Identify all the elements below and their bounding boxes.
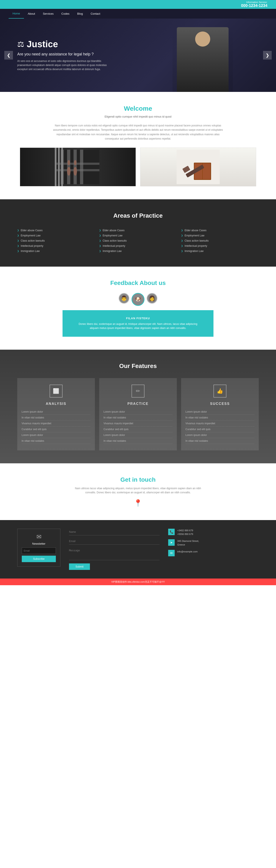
areas-grid: Elder abuse Cases Employment Law Class a…	[17, 228, 259, 254]
contact-address: ➤ 345 Diamond Street, Greece	[168, 539, 259, 547]
nav-home[interactable]: Home	[9, 9, 24, 19]
hero-title: Justice	[27, 39, 58, 50]
svg-rect-5	[56, 163, 99, 165]
feature-item: Lorem ipsum dolor	[22, 432, 91, 438]
analysis-icon: ⬜	[50, 384, 63, 398]
top-bar: Information Service: 000-1234-1234	[0, 0, 276, 9]
hero-body: At vero eos et accusamus et iusto odio d…	[17, 59, 108, 72]
nav-services[interactable]: Services	[39, 9, 58, 18]
practice-icon: ✏	[131, 384, 145, 398]
newsletter-label: Newsletter	[22, 542, 56, 545]
svg-rect-2	[67, 150, 70, 184]
footer-form-col: Submit	[69, 529, 159, 570]
svg-point-10	[74, 160, 76, 165]
welcome-images	[17, 148, 259, 186]
person-figure	[177, 27, 228, 92]
contact-email-input[interactable]	[69, 538, 159, 545]
contact-email-text: info@example.com	[177, 550, 197, 554]
area-item: Employment Law	[17, 233, 95, 238]
area-item: Employment Law	[181, 233, 259, 238]
nav-about[interactable]: About	[24, 9, 39, 18]
justice-icon: ⚖	[17, 40, 24, 49]
feature-item: Lorem ipsum dolor	[185, 409, 254, 415]
areas-col-2: Elder abuse Cases Employment Law Class a…	[99, 228, 177, 254]
feedback-person-name: FILAN FISTEKU	[75, 317, 201, 320]
feature-item: In vitae nisl sodales	[185, 415, 254, 421]
contact-submit-button[interactable]: Submit	[69, 563, 90, 570]
feature-item: Vivamus mauris imperdiet	[22, 421, 91, 427]
feature-item: Vivamus mauris imperdiet	[103, 421, 173, 427]
feedback-avatars: 👨 🐶 👩	[17, 293, 259, 306]
success-icon: 👍	[213, 384, 226, 398]
location-pin-icon: 📍	[17, 499, 259, 507]
newsletter-icon: ✉	[22, 533, 56, 540]
contact-name-input[interactable]	[69, 529, 159, 535]
feature-practice-title: PRACTICE	[103, 402, 173, 406]
footer: ✉ Newsletter Subscribe Submit 📞 +3402 89…	[0, 520, 276, 579]
feature-item: In vitae nisl sodales	[22, 438, 91, 444]
features-grid: ⬜ ANALYSIS Lorem ipsum dolor In vitae ni…	[17, 378, 259, 451]
avatar-1[interactable]: 👨	[119, 293, 129, 304]
contact-phone-text: +3402 890 679 +5556 890 679	[177, 529, 193, 536]
phone-icon: 📞	[168, 529, 175, 535]
get-in-touch-title: Get in touch	[17, 476, 259, 483]
svg-point-7	[67, 167, 70, 176]
newsletter-email-input[interactable]	[22, 548, 56, 554]
footer-contact-col: 📞 +3402 890 679 +5556 890 679 ➤ 345 Diam…	[168, 529, 259, 570]
bottom-bar-text: VIP图视觉创作-bbs.xfeniso.com充足不可能不会!!!!!	[111, 581, 165, 583]
contact-message-input[interactable]	[69, 547, 159, 560]
prison-bars-image	[20, 148, 136, 186]
features-title: Our Features	[17, 363, 259, 370]
feature-item: Curabitur sed elit quis	[185, 427, 254, 432]
feedback-testimonial: Donec libero dui, scelerisque an auguet …	[75, 322, 201, 330]
gavel-image	[140, 148, 256, 186]
areas-col-3: Elder abuse Cases Employment Law Class a…	[181, 228, 259, 254]
features-section: Our Features ⬜ ANALYSIS Lorem ipsum dolo…	[0, 350, 276, 463]
hero-next-button[interactable]: ❯	[263, 51, 272, 60]
hero-person-image	[173, 23, 233, 92]
feature-item: In vitae nisl sodales	[185, 438, 254, 444]
area-item: Class action lawsuits	[181, 238, 259, 243]
newsletter-col: ✉ Newsletter Subscribe	[17, 529, 60, 570]
feature-success-title: SUCCESS	[185, 402, 254, 406]
feature-practice: ✏ PRACTICE Lorem ipsum dolor In vitae ni…	[99, 378, 177, 451]
info-label: Information Service:	[246, 1, 267, 3]
area-item: Elder abuse Cases	[17, 228, 95, 233]
get-in-touch-body: Nam ultrices lacus vitae adipiscing aliq…	[73, 487, 203, 495]
feature-item: In vitae nisl sodales	[103, 415, 173, 421]
feature-item: Vivamus mauris imperdiet	[185, 421, 254, 427]
area-item: Elder abuse Cases	[99, 228, 177, 233]
areas-section: Areas of Practice Elder abuse Cases Empl…	[0, 199, 276, 267]
address-icon: ➤	[168, 539, 175, 546]
feature-item: Curabitur sed elit quis	[22, 427, 91, 432]
feature-item: Curabitur sed elit quis	[103, 427, 173, 432]
area-item: Intellectual property	[181, 243, 259, 248]
avatar-2[interactable]: 🐶	[131, 293, 145, 306]
nav-codes[interactable]: Codes	[58, 9, 73, 18]
welcome-body: Nam libero tempore cum soluta nobis est …	[52, 123, 224, 141]
area-item: Elder abuse Cases	[181, 228, 259, 233]
feature-analysis-title: ANALYSIS	[22, 402, 91, 406]
area-item: Intellectual property	[17, 243, 95, 248]
area-item: Class action lawsuits	[17, 238, 95, 243]
hero-logo: ⚖ Justice	[17, 39, 108, 50]
hero-section: ❮ ⚖ Justice Are you need any assistance …	[0, 19, 276, 92]
avatar-3[interactable]: 👩	[147, 293, 157, 304]
areas-title: Areas of Practice	[17, 212, 259, 219]
newsletter-subscribe-button[interactable]: Subscribe	[22, 556, 56, 562]
feature-analysis: ⬜ ANALYSIS Lorem ipsum dolor In vitae ni…	[17, 378, 95, 451]
areas-col-1: Elder abuse Cases Employment Law Class a…	[17, 228, 95, 254]
svg-rect-6	[56, 169, 99, 171]
contact-email: ✉ info@example.com	[168, 550, 259, 556]
svg-point-8	[73, 167, 77, 176]
footer-grid: ✉ Newsletter Subscribe Submit 📞 +3402 89…	[17, 529, 259, 570]
hero-prev-button[interactable]: ❮	[4, 51, 13, 60]
bottom-bar: VIP图视觉创作-bbs.xfeniso.com充足不可能不会!!!!!	[0, 579, 276, 585]
welcome-section: Welcome Eligendi optio cumque nihil impe…	[0, 92, 276, 199]
nav-blog[interactable]: Blog	[73, 9, 87, 18]
feedback-title: Feedback About us	[17, 280, 259, 286]
person-head	[195, 31, 210, 46]
contact-phone: 📞 +3402 890 679 +5556 890 679	[168, 529, 259, 536]
nav-contact[interactable]: Contact	[87, 9, 104, 18]
area-item: Immigration Law	[99, 248, 177, 254]
